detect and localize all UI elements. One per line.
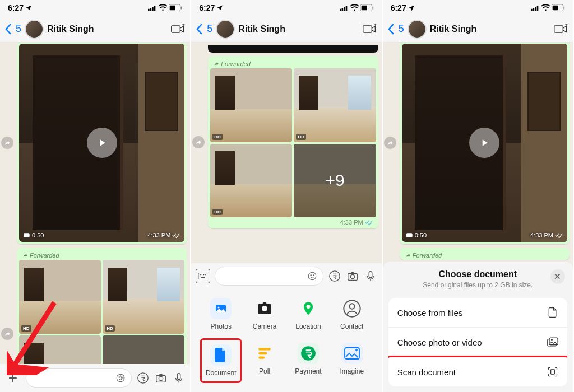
avatar[interactable]: [25, 20, 44, 39]
attach-photos[interactable]: Photos: [200, 293, 242, 335]
chat-body[interactable]: Forwarded HD HD HD +9 4:33 PM: [191, 43, 381, 263]
contact-name[interactable]: Ritik Singh: [238, 24, 358, 34]
forward-arrow-icon[interactable]: [1, 137, 13, 149]
keyboard-button[interactable]: [196, 269, 210, 283]
camera-icon[interactable]: [154, 371, 168, 385]
photos-message[interactable]: Forwarded HD HD HD +9 4:33 PM: [17, 248, 187, 364]
photo-cell[interactable]: HD: [103, 260, 184, 334]
wifi-icon: [541, 4, 550, 11]
payment-icon[interactable]: [136, 371, 150, 385]
video-message[interactable]: 0:50 4:33 PM: [17, 43, 187, 244]
photo-cell[interactable]: HD: [294, 68, 376, 142]
svg-rect-17: [340, 9, 341, 11]
play-icon[interactable]: [87, 128, 117, 158]
back-button[interactable]: [387, 24, 395, 35]
attach-imagine[interactable]: Imagine: [331, 338, 373, 383]
photo-cell-more[interactable]: +9: [103, 335, 184, 364]
back-button[interactable]: [4, 24, 12, 35]
more-photos-count: +9: [103, 335, 184, 364]
forward-arrow-icon[interactable]: [192, 136, 205, 148]
message-input[interactable]: [26, 368, 132, 388]
chat-header: 5 Ritik Singh +: [0, 16, 190, 43]
message-timestamp: 4:33 PM: [210, 217, 376, 226]
photo-cell[interactable]: HD: [19, 335, 101, 364]
sheet-header: Choose document Send original files up t…: [383, 262, 573, 295]
message-input[interactable]: [215, 267, 323, 286]
svg-rect-23: [372, 6, 373, 9]
contact-name[interactable]: Ritik Singh: [430, 24, 549, 34]
avatar[interactable]: [408, 20, 427, 39]
photo-cell[interactable]: HD: [210, 144, 292, 218]
svg-point-39: [218, 307, 220, 309]
sticker-icon[interactable]: [307, 271, 317, 281]
svg-rect-45: [258, 352, 267, 354]
svg-point-13: [138, 373, 148, 383]
forward-arrow-icon[interactable]: [384, 137, 396, 149]
video-duration: 0:50: [24, 232, 44, 239]
video-call-button[interactable]: +: [362, 21, 377, 37]
choose-photo-or-video[interactable]: Choose photo or video: [388, 328, 567, 357]
mic-icon[interactable]: [172, 371, 186, 385]
attach-button[interactable]: +: [4, 370, 21, 386]
svg-point-29: [205, 274, 206, 276]
payment-icon[interactable]: [328, 269, 341, 283]
forwarded-label: Forwarded: [19, 250, 184, 260]
photo-cell[interactable]: HD: [210, 68, 292, 142]
video-thumbnail[interactable]: 0:50 4:33 PM: [19, 44, 184, 242]
svg-rect-22: [361, 6, 367, 11]
video-call-button[interactable]: +: [170, 21, 186, 37]
attach-location[interactable]: Location: [288, 293, 329, 335]
scan-document[interactable]: Scan document: [388, 356, 567, 386]
photo-grid[interactable]: HD HD HD +9: [210, 68, 376, 217]
photos-message[interactable]: Forwarded HD HD HD +9 4:33 PM: [208, 56, 378, 228]
clock: 6:27: [8, 3, 24, 12]
contact-icon: [341, 298, 363, 319]
camera-icon[interactable]: [346, 269, 359, 283]
choose-from-files[interactable]: Choose from files: [388, 298, 567, 328]
photo-grid[interactable]: HD HD HD +9: [19, 260, 184, 364]
svg-point-31: [308, 272, 316, 280]
attach-poll[interactable]: Poll: [244, 338, 285, 383]
back-button[interactable]: [196, 24, 203, 35]
input-bar: +: [0, 364, 190, 392]
sheet-subtitle: Send original files up to 2 GB in size.: [391, 281, 565, 289]
attach-document[interactable]: Document: [200, 338, 242, 383]
photo-cell-more[interactable]: +9: [294, 144, 376, 218]
svg-rect-51: [535, 7, 536, 11]
video-call-button[interactable]: +: [553, 21, 568, 37]
signal-icon: [340, 4, 349, 11]
wifi-icon: [159, 4, 167, 11]
attach-contact[interactable]: Contact: [331, 293, 373, 335]
chat-body[interactable]: 0:50 4:33 PM Forwarded HD HD HD +9 4:33 …: [0, 43, 190, 364]
svg-rect-20: [345, 6, 347, 11]
video-message[interactable]: 0:50 4:33 PM: [400, 43, 570, 244]
svg-point-47: [301, 346, 316, 361]
screen-chat: 6:27 55 5 Ritik Singh + 0:50 4:33 PM For…: [0, 0, 191, 392]
forward-arrow-icon[interactable]: [1, 328, 13, 340]
photos-message-partial[interactable]: Forwarded: [400, 248, 570, 260]
svg-rect-46: [258, 356, 265, 358]
back-count[interactable]: 5: [207, 23, 212, 35]
back-count[interactable]: 5: [16, 23, 21, 35]
attach-payment[interactable]: Payment: [288, 338, 329, 383]
sticker-icon[interactable]: [115, 373, 126, 383]
svg-rect-52: [537, 6, 539, 11]
svg-rect-25: [198, 273, 207, 279]
close-button[interactable]: ✕: [550, 269, 565, 284]
svg-point-12: [122, 377, 123, 378]
contact-name[interactable]: Ritik Singh: [47, 24, 166, 34]
video-thumbnail[interactable]: 0:50 4:33 PM: [402, 44, 567, 242]
avatar[interactable]: [216, 20, 235, 39]
svg-rect-2: [152, 7, 154, 11]
chat-body[interactable]: 0:50 4:33 PM Forwarded: [383, 43, 573, 262]
back-count[interactable]: 5: [399, 23, 404, 35]
svg-rect-62: [551, 370, 555, 374]
svg-text:+: +: [182, 24, 185, 27]
svg-point-27: [202, 274, 203, 276]
signal-icon: [531, 4, 540, 11]
photo-cell[interactable]: HD: [19, 260, 101, 334]
svg-rect-57: [406, 234, 413, 238]
svg-point-43: [349, 304, 354, 309]
attach-camera[interactable]: Camera: [244, 293, 285, 335]
mic-icon[interactable]: [364, 269, 377, 283]
